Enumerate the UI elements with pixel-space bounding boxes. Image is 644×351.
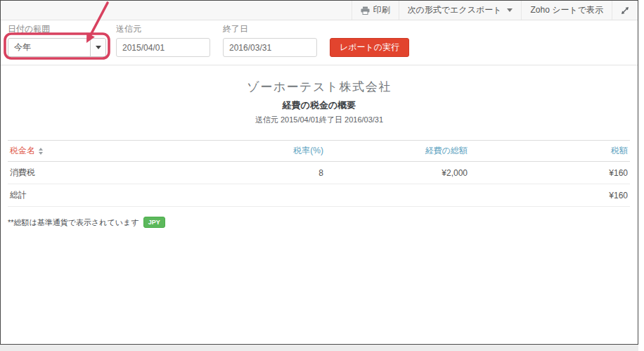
footnote-text: **総額は基準通貨で表示されています — [8, 217, 139, 228]
report-title: 経費の税金の概要 — [1, 99, 638, 111]
table-header-row: 税金名 税率(%) 経費の総額 税額 — [8, 141, 630, 162]
report-period: 送信元 2015/04/01終了日 2016/03/31 — [1, 115, 638, 125]
col-header-tax-amount[interactable]: 税額 — [470, 141, 630, 162]
export-button[interactable]: 次の形式でエクスポート — [399, 1, 522, 20]
window-bottom-strip — [0, 345, 638, 351]
cell-expense-total: ¥2,000 — [326, 162, 470, 184]
start-date-input[interactable] — [116, 38, 210, 57]
date-range-group: 日付の範囲 今年 — [8, 25, 106, 57]
base-currency-note: **総額は基準通貨で表示されています JPY — [8, 217, 638, 228]
zoho-sheet-label: Zoho シートで表示 — [530, 4, 603, 16]
zoho-sheet-button[interactable]: Zoho シートで表示 — [521, 1, 612, 20]
app-window: 印刷 次の形式でエクスポート Zoho シートで表示 — [0, 0, 644, 351]
cell-tax-amount: ¥160 — [470, 184, 630, 207]
end-date-input[interactable] — [223, 38, 317, 57]
dropdown-arrow-icon[interactable] — [90, 39, 105, 56]
table-total-row: 総計 ¥160 — [8, 184, 630, 207]
cell-tax-name: 消費税 — [8, 162, 219, 184]
start-date-label: 送信元 — [116, 25, 210, 34]
start-date-group: 送信元 — [116, 25, 210, 57]
report-page: 印刷 次の形式でエクスポート Zoho シートで表示 — [0, 0, 638, 345]
table-row: 消費税 8 ¥2,000 ¥160 — [8, 162, 630, 184]
currency-badge: JPY — [143, 217, 165, 228]
print-button[interactable]: 印刷 — [352, 1, 399, 20]
chevron-down-icon — [507, 8, 513, 12]
company-name: ゾーホーテスト株式会社 — [1, 79, 638, 95]
cell-tax-name: 総計 — [8, 184, 219, 207]
printer-icon — [361, 6, 370, 15]
cell-expense-total — [326, 184, 470, 207]
expand-button[interactable] — [612, 1, 638, 20]
cell-tax-rate — [219, 184, 326, 207]
report-header: ゾーホーテスト株式会社 経費の税金の概要 送信元 2015/04/01終了日 2… — [1, 65, 638, 125]
date-range-select[interactable]: 今年 — [8, 38, 106, 57]
col-header-tax-rate[interactable]: 税率(%) — [219, 141, 326, 162]
date-range-label: 日付の範囲 — [8, 25, 106, 34]
sort-icon — [39, 148, 43, 155]
cell-tax-rate: 8 — [219, 162, 326, 184]
date-range-value: 今年 — [8, 42, 90, 53]
cell-tax-amount: ¥160 — [470, 162, 630, 184]
run-report-button[interactable]: レポートの実行 — [330, 38, 409, 57]
print-label: 印刷 — [373, 4, 390, 16]
col-header-expense-total[interactable]: 経費の総額 — [326, 141, 470, 162]
end-date-label: 終了日 — [223, 25, 317, 34]
filter-bar: 日付の範囲 今年 送信元 終了日 レポートの実行 — [1, 20, 638, 65]
end-date-group: 終了日 — [223, 25, 317, 57]
export-label: 次の形式でエクスポート — [408, 4, 502, 16]
expand-icon — [621, 6, 629, 15]
tax-summary-table: 税金名 税率(%) 経費の総額 税額 消費税 8 ¥2,000 ¥160 総計 — [8, 140, 630, 207]
report-toolbar: 印刷 次の形式でエクスポート Zoho シートで表示 — [1, 1, 638, 20]
col-header-tax-name[interactable]: 税金名 — [8, 141, 219, 162]
